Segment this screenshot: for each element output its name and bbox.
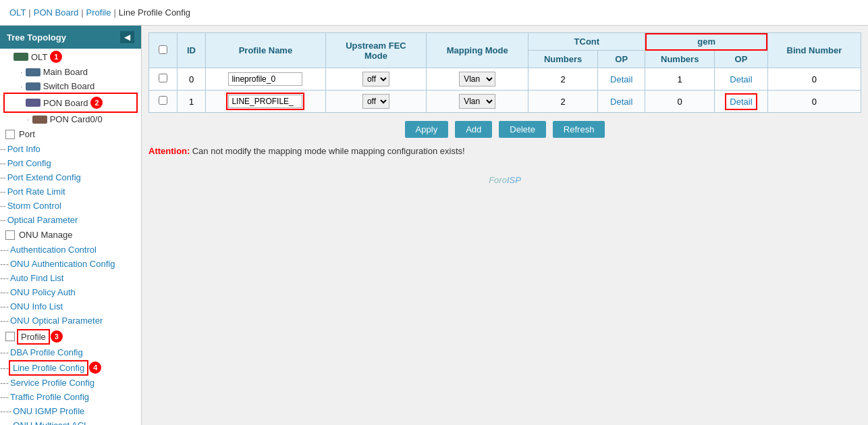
- sidebar-item-onu-auth-config[interactable]: --- ONU Authentication Config: [0, 257, 141, 271]
- watermark-foro: Foro: [489, 175, 507, 185]
- sidebar-item-optical-parameter[interactable]: -- Optical Parameter: [0, 213, 141, 227]
- upstream-fec-label: Upstream FEC: [331, 41, 421, 51]
- profile-name-input-0[interactable]: [228, 72, 302, 86]
- row-select-0[interactable]: [159, 74, 167, 82]
- col-tcont-op: OP: [598, 51, 645, 68]
- attention-message: Can not modify the mapping mode while ma…: [192, 146, 465, 156]
- sidebar-item-onu-igmp-profile[interactable]: ---- ONU IGMP Profile: [0, 404, 141, 418]
- add-button[interactable]: Add: [455, 121, 492, 138]
- sidebar-item-onu-multicast-acl[interactable]: ---- ONU Multicast ACL: [0, 418, 141, 425]
- sidebar-item-port-config[interactable]: -- Port Config: [0, 156, 141, 170]
- onu-section: --- Authentication Control --- ONU Authe…: [0, 243, 141, 328]
- sidebar-item-dba-profile-config[interactable]: --- DBA Profile Config: [0, 345, 141, 359]
- row-select-1[interactable]: [159, 96, 167, 105]
- sidebar-item-storm-control[interactable]: -- Storm Control: [0, 199, 141, 213]
- col-checkbox: [149, 33, 178, 68]
- port-section: -- Port Info -- Port Config -- Port Exte…: [0, 142, 141, 227]
- action-row: Apply Add Delete Refresh: [148, 121, 861, 138]
- row-gem-numbers-1: 0: [645, 91, 715, 113]
- sidebar-item-pon-board[interactable]: PON Board 2: [5, 95, 136, 111]
- row-mapping-0[interactable]: Vlan GEM: [427, 68, 528, 91]
- sidebar-item-olt[interactable]: OLT 1: [0, 49, 141, 65]
- row-tcont-op-0[interactable]: Detail: [598, 68, 645, 91]
- sidebar-title: Tree Topology ◀: [0, 26, 141, 49]
- row-gem-op-0[interactable]: Detail: [715, 68, 768, 91]
- sidebar-item-onu-info-list[interactable]: --- ONU Info List: [0, 299, 141, 314]
- tcont-detail-link-0[interactable]: Detail: [610, 74, 632, 84]
- breadcrumb-pon-board[interactable]: PON Board: [34, 7, 78, 18]
- sidebar-collapse-button[interactable]: ◀: [120, 31, 134, 43]
- profile-badge: 3: [51, 330, 63, 343]
- row-tcont-numbers-1: 2: [528, 91, 598, 113]
- sidebar-item-port-rate-limit[interactable]: -- Port Rate Limit: [0, 184, 141, 199]
- col-profile-name: Profile Name: [206, 33, 326, 68]
- sidebar-item-traffic-profile-config[interactable]: --- Traffic Profile Config: [0, 390, 141, 404]
- fec-select-0[interactable]: off on: [362, 72, 389, 86]
- row-gem-op-1[interactable]: Detail: [715, 91, 768, 113]
- profile-section-label-box: Profile: [19, 331, 48, 343]
- row-tcont-op-1[interactable]: Detail: [598, 91, 645, 113]
- gem-detail-link-1[interactable]: Detail: [728, 96, 754, 107]
- row-tcont-numbers-0: 2: [528, 68, 598, 91]
- fec-select-1[interactable]: off on: [362, 94, 389, 109]
- onu-section-label: ONU Manage: [19, 230, 72, 240]
- select-all-checkbox[interactable]: [159, 45, 167, 54]
- auto-find-list-label: Auto Find List: [10, 273, 64, 283]
- onu-expand-icon: [5, 230, 15, 240]
- col-upstream-fec: Upstream FEC Mode: [325, 33, 426, 68]
- sidebar-item-main-board[interactable]: · Main Board: [0, 65, 141, 79]
- sidebar-item-port-extend-config[interactable]: -- Port Extend Config: [0, 170, 141, 184]
- service-profile-label: Service Profile Config: [10, 378, 94, 388]
- sep1: |: [28, 7, 30, 18]
- col-tcont-numbers: Numbers: [528, 51, 598, 68]
- olt-badge: 1: [50, 51, 62, 63]
- line-profile-config-box: Line Profile Config: [11, 362, 86, 374]
- line-profile-config-label: Line Profile Config: [13, 363, 84, 373]
- sidebar-item-auth-control[interactable]: --- Authentication Control: [0, 243, 141, 257]
- onu-info-list-label: ONU Info List: [10, 301, 63, 311]
- port-rate-limit-label: Port Rate Limit: [7, 186, 65, 197]
- row-fec-1[interactable]: off on: [325, 91, 426, 113]
- apply-button[interactable]: Apply: [405, 121, 449, 138]
- watermark: ForoISP: [148, 170, 861, 187]
- refresh-button[interactable]: Refresh: [553, 121, 605, 138]
- sidebar-item-port-info[interactable]: -- Port Info: [0, 142, 141, 156]
- sidebar-item-pon-card[interactable]: · PON Card0/0: [0, 112, 141, 126]
- mode-sub-label: Mode: [331, 51, 421, 61]
- row-mapping-1[interactable]: Vlan GEM: [427, 91, 528, 113]
- port-section-label: Port: [19, 129, 35, 139]
- sidebar-item-service-profile-config[interactable]: --- Service Profile Config: [0, 376, 141, 390]
- col-id: ID: [178, 33, 206, 68]
- profile-name-input-1[interactable]: [228, 95, 302, 108]
- row-checkbox-0[interactable]: [149, 68, 178, 91]
- sidebar-item-line-profile-config[interactable]: --- Line Profile Config 4: [0, 359, 141, 376]
- sidebar-item-switch-board[interactable]: · Switch Board: [0, 79, 141, 93]
- onu-policy-auth-label: ONU Policy Auth: [10, 287, 76, 297]
- sidebar: Tree Topology ◀ OLT 1 · Main Board · Swi…: [0, 26, 142, 425]
- row-profile-name-1[interactable]: [206, 91, 326, 113]
- breadcrumb-olt[interactable]: OLT: [9, 7, 26, 18]
- mapping-select-0[interactable]: Vlan GEM: [459, 72, 495, 86]
- sidebar-item-onu-optical-parameter[interactable]: --- ONU Optical Parameter: [0, 314, 141, 328]
- sidebar-item-auto-find-list[interactable]: --- Auto Find List: [0, 271, 141, 285]
- row-checkbox-1[interactable]: [149, 91, 178, 113]
- onu-multicast-acl-label: ONU Multicast ACL: [13, 420, 88, 425]
- delete-button[interactable]: Delete: [499, 121, 546, 138]
- gem-detail-link-0[interactable]: Detail: [730, 74, 752, 84]
- attention-text: Attention: Can not modify the mapping mo…: [148, 146, 861, 156]
- attention-label: Attention:: [148, 146, 190, 156]
- mapping-select-1[interactable]: Vlan GEM: [459, 94, 495, 109]
- sidebar-item-onu-policy-auth[interactable]: --- ONU Policy Auth: [0, 285, 141, 299]
- profile-section-label: Profile: [21, 332, 46, 342]
- pon-board-label: PON Board: [43, 98, 88, 108]
- onu-manage-section-header[interactable]: ONU Manage: [0, 227, 141, 243]
- onu-optical-parameter-label: ONU Optical Parameter: [10, 316, 103, 326]
- port-info-label: Port Info: [7, 144, 40, 154]
- port-section-header[interactable]: Port: [0, 126, 141, 142]
- row-fec-0[interactable]: off on: [325, 68, 426, 91]
- row-profile-name-0[interactable]: [206, 68, 326, 91]
- tcont-detail-link-1[interactable]: Detail: [610, 97, 632, 107]
- breadcrumb-profile[interactable]: Profile: [86, 7, 111, 18]
- profile-section-header[interactable]: Profile 3: [0, 328, 141, 345]
- main-board-icon: [26, 68, 40, 76]
